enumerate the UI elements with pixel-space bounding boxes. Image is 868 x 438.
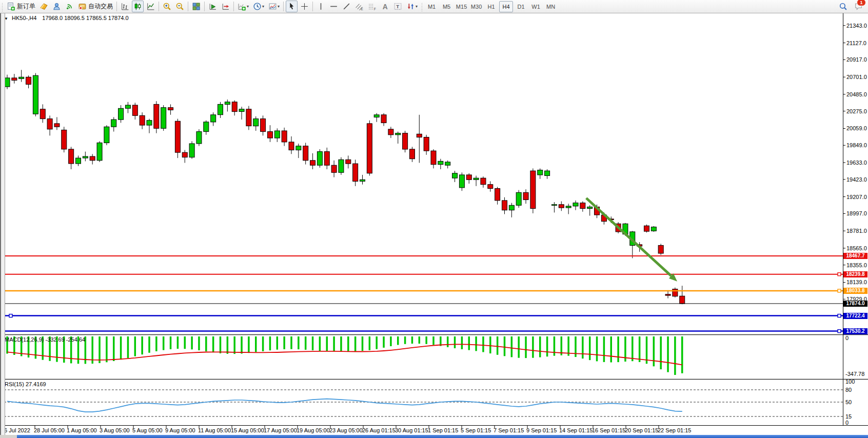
- chevron-down-icon[interactable]: ▾: [262, 4, 264, 9]
- timeframe-m1-button[interactable]: M1: [425, 1, 439, 12]
- candlestick: [317, 152, 322, 166]
- price-axis-label: 19207.0: [846, 194, 867, 200]
- candlestick: [161, 108, 166, 129]
- fibonacci-button[interactable]: F: [366, 1, 378, 12]
- trendline-button[interactable]: [341, 1, 352, 12]
- toolbar-drag-handle: [1, 2, 4, 11]
- chevron-down-icon[interactable]: ▾: [416, 4, 418, 9]
- macd-label: MACD(12,26,9) -332.69 -254.64: [5, 336, 85, 343]
- line-drag-handle[interactable]: [838, 273, 841, 276]
- horizontal-line-button[interactable]: [328, 1, 340, 12]
- auto-scroll-button[interactable]: [207, 1, 219, 12]
- crosshair-button[interactable]: [299, 1, 310, 12]
- arrow-tools-button[interactable]: ▾: [405, 1, 419, 12]
- candlestick: [559, 205, 564, 208]
- candlestick: [175, 121, 180, 152]
- candlestick: [140, 115, 145, 125]
- candlestick: [97, 143, 102, 160]
- text-button[interactable]: A: [379, 1, 391, 12]
- text-label-button[interactable]: T: [392, 1, 404, 12]
- chevron-down-icon[interactable]: ▾: [278, 4, 280, 9]
- candlestick: [104, 127, 109, 143]
- candlestick: [431, 151, 436, 165]
- candlestick: [33, 75, 38, 114]
- candlestick: [111, 120, 116, 127]
- bar-chart-button[interactable]: [119, 1, 131, 12]
- line-drag-handle[interactable]: [9, 314, 12, 317]
- price-axis-label: 21343.0: [846, 23, 867, 29]
- toolbar-buttons: 新订单自动交易▾▾▾EFAT▾: [0, 1, 420, 12]
- chart-canvas[interactable]: [0, 0, 868, 438]
- svg-text:E: E: [361, 7, 363, 11]
- zoom-out-button[interactable]: [174, 1, 186, 12]
- candlestick: [417, 134, 422, 137]
- timeframe-m30-button[interactable]: M30: [469, 1, 483, 12]
- auto-scroll-icon: [208, 2, 217, 11]
- templates-button[interactable]: ▾: [267, 1, 281, 12]
- search-button[interactable]: [837, 1, 849, 12]
- periods-icon: [253, 2, 262, 11]
- notifications-button[interactable]: 1: [853, 1, 864, 12]
- time-axis-label: 3 Aug 05:00: [100, 427, 130, 433]
- line-drag-handle[interactable]: [838, 330, 841, 333]
- autotrading-button[interactable]: 自动交易: [76, 1, 114, 12]
- metaeditor-button[interactable]: [38, 1, 50, 12]
- signals-button[interactable]: [64, 1, 75, 12]
- time-axis-label: 26 Aug 01:15: [362, 427, 396, 433]
- line-drag-handle[interactable]: [838, 314, 841, 317]
- timeframe-w1-button[interactable]: W1: [529, 1, 543, 12]
- candlestick: [296, 146, 301, 150]
- candlestick: [218, 104, 223, 114]
- community-button[interactable]: [51, 1, 63, 12]
- search-icon: [839, 2, 847, 11]
- new-order-button[interactable]: 新订单: [5, 1, 37, 12]
- macd-axis-top: 0: [845, 335, 849, 341]
- toolbar-drag-handle: [421, 2, 423, 11]
- timeframe-m5-button[interactable]: M5: [440, 1, 453, 12]
- line-chart-button[interactable]: [145, 1, 156, 12]
- trend-arrow[interactable]: [586, 198, 671, 276]
- time-axis-label: 23 Aug 05:00: [329, 427, 363, 433]
- candlestick: [331, 165, 337, 172]
- line-drag-handle[interactable]: [838, 289, 841, 292]
- time-axis-label: 9 Sep 01:15: [526, 427, 557, 433]
- zoom-in-button[interactable]: [161, 1, 173, 12]
- candlestick: [381, 115, 386, 123]
- crosshair-icon: [300, 2, 309, 11]
- indicators-button[interactable]: ▾: [236, 1, 250, 12]
- candlestick-chart-button[interactable]: [132, 1, 144, 12]
- candlestick: [196, 132, 202, 144]
- price-axis-label: 19849.0: [846, 142, 867, 148]
- timeframe-mn-button[interactable]: MN: [544, 1, 558, 12]
- equidistant-channel-button[interactable]: E: [353, 1, 365, 12]
- timeframe-m15-button[interactable]: M15: [455, 1, 468, 12]
- chart-shift-button[interactable]: [220, 1, 231, 12]
- vertical-line-button[interactable]: [315, 1, 327, 12]
- candlestick: [225, 102, 230, 105]
- new-order-icon: [7, 2, 15, 11]
- timeframe-h1-button[interactable]: H1: [484, 1, 498, 12]
- candlestick: [204, 122, 209, 132]
- periods-button[interactable]: ▾: [251, 1, 266, 12]
- fibonacci-icon: F: [368, 2, 377, 11]
- time-axis-label: 7 Sep 01:15: [494, 427, 524, 433]
- price-axis-label: 21127.0: [846, 40, 866, 46]
- candlestick: [360, 180, 365, 181]
- chevron-down-icon[interactable]: ▾: [247, 4, 249, 9]
- bar-chart-icon: [121, 2, 129, 11]
- text-icon: A: [381, 2, 389, 11]
- cursor-button[interactable]: [286, 1, 298, 12]
- time-axis-label: 26 Jul 2022: [1, 427, 30, 433]
- zoom-out-icon: [175, 2, 184, 11]
- toolbar-separator: [283, 2, 284, 11]
- rsi-label: RSI(15) 27.4169: [5, 381, 46, 387]
- candlestick: [132, 105, 137, 115]
- timeframe-h4-button[interactable]: H4: [499, 1, 513, 12]
- time-axis-label: 14 Sep 01:15: [559, 427, 593, 433]
- tile-windows-button[interactable]: [190, 1, 202, 12]
- price-badge: 17530.2: [843, 328, 867, 334]
- trendline-icon: [342, 2, 351, 11]
- candlestick: [409, 149, 415, 159]
- rsi-axis-label: 15: [845, 413, 852, 420]
- timeframe-d1-button[interactable]: D1: [514, 1, 528, 12]
